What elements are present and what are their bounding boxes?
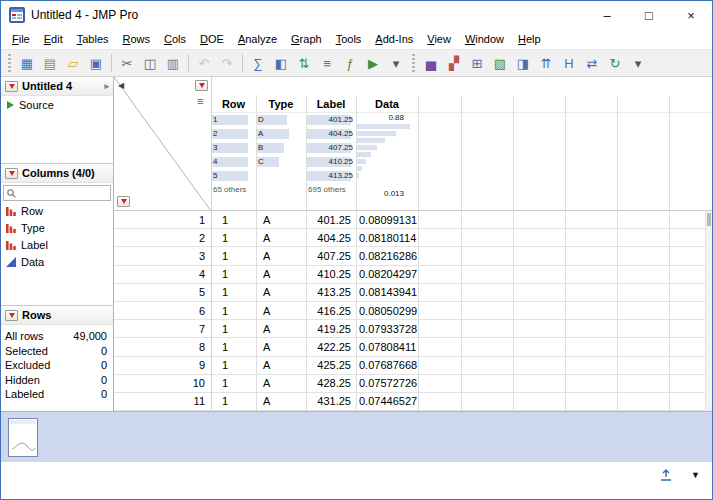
header-graph-entry[interactable]: B — [256, 141, 306, 155]
cell-row[interactable]: 1 — [211, 305, 256, 317]
fit-y-by-x-button[interactable]: ▞ — [443, 52, 465, 74]
row-number-cell[interactable]: 3 — [114, 250, 211, 262]
cell-label[interactable]: 410.25 — [306, 268, 356, 280]
row-number-cell[interactable]: 8 — [114, 341, 211, 353]
menu-item-file[interactable]: File — [5, 29, 37, 49]
column-item-data[interactable]: Data — [1, 253, 113, 270]
run-green-button[interactable]: ↻ — [604, 52, 626, 74]
grip2-grip[interactable] — [412, 54, 415, 72]
header-graph-entry[interactable]: C — [256, 155, 306, 169]
header-graph-entry[interactable]: 5 — [211, 169, 256, 183]
toolbar-grip[interactable] — [8, 54, 11, 72]
save-button[interactable]: ▣ — [85, 52, 107, 74]
tabulate-button[interactable]: ⊞ — [466, 52, 488, 74]
stack-button[interactable]: ≡ — [316, 52, 338, 74]
cell-row[interactable]: 1 — [211, 250, 256, 262]
cell-row[interactable]: 1 — [211, 214, 256, 226]
new-data-table-button[interactable]: ▦ — [16, 52, 38, 74]
table-row[interactable]: 111A431.250.07446527 — [114, 393, 712, 411]
cell-row[interactable]: 1 — [211, 359, 256, 371]
cell-label[interactable]: 413.25 — [306, 286, 356, 298]
distribution-button[interactable]: ▅ — [420, 52, 442, 74]
header-graph-entry[interactable] — [256, 169, 306, 183]
cell-label[interactable]: 431.25 — [306, 395, 356, 407]
menu-item-add-ins[interactable]: Add-Ins — [368, 29, 420, 49]
menu-item-doe[interactable]: DOE — [193, 29, 231, 49]
collapse-header-graphs-icon[interactable]: ◀ — [118, 81, 124, 91]
row-number-cell[interactable]: 6 — [114, 305, 211, 317]
paste-button[interactable]: ▥ — [162, 52, 184, 74]
cell-label[interactable]: 401.25 — [306, 214, 356, 226]
menu-item-edit[interactable]: Edit — [37, 29, 70, 49]
table-row[interactable]: 71A419.250.07933728 — [114, 320, 712, 338]
cell-data[interactable]: 0.08143941 — [356, 286, 418, 298]
cell-data[interactable]: 0.07687668 — [356, 359, 418, 371]
row-number-cell[interactable]: 5 — [114, 286, 211, 298]
header-graph-entry[interactable]: 1 — [211, 113, 256, 127]
cell-type[interactable]: A — [256, 214, 306, 226]
table-row[interactable]: 101A428.250.07572726 — [114, 375, 712, 393]
menu-item-tables[interactable]: Tables — [70, 29, 116, 49]
cell-label[interactable]: 428.25 — [306, 377, 356, 389]
header-graph-type[interactable]: DABC — [256, 113, 306, 183]
menu-item-graph[interactable]: Graph — [284, 29, 329, 49]
table-row[interactable]: 91A425.250.07687668 — [114, 357, 712, 375]
column-header-data[interactable]: Data — [356, 95, 418, 113]
cell-type[interactable]: A — [256, 268, 306, 280]
column-header-type[interactable]: Type — [256, 95, 306, 113]
menu-item-view[interactable]: View — [420, 29, 458, 49]
cell-label[interactable]: 425.25 — [306, 359, 356, 371]
cell-data[interactable]: 0.07572726 — [356, 377, 418, 389]
formula-button[interactable]: ƒ — [339, 52, 361, 74]
cell-row[interactable]: 1 — [211, 341, 256, 353]
column-search-input[interactable] — [19, 188, 107, 199]
row-number-cell[interactable]: 9 — [114, 359, 211, 371]
column-item-type[interactable]: Type — [1, 219, 113, 236]
summary-button[interactable]: ∑ — [247, 52, 269, 74]
cell-type[interactable]: A — [256, 232, 306, 244]
columns-red-triangle-icon[interactable] — [5, 168, 18, 179]
graph-builder-button[interactable]: ▧ — [489, 52, 511, 74]
cell-label[interactable]: 416.25 — [306, 305, 356, 317]
sort-table-button[interactable]: ⇅ — [293, 52, 315, 74]
cell-data[interactable]: 0.08050299 — [356, 305, 418, 317]
update-button[interactable]: ⇄ — [581, 52, 603, 74]
cell-type[interactable]: A — [256, 395, 306, 407]
header-graph-row[interactable]: 12345 — [211, 113, 256, 183]
header-graph-entry[interactable]: 3 — [211, 141, 256, 155]
table-row[interactable]: 41A410.250.08204297 — [114, 266, 712, 284]
column-search[interactable] — [3, 185, 111, 201]
maximize-button[interactable]: □ — [628, 1, 670, 29]
columns-menu-red-triangle-icon[interactable] — [195, 80, 208, 91]
column-item-row[interactable]: Row — [1, 202, 113, 219]
row-number-cell[interactable]: 10 — [114, 377, 211, 389]
new-journal-button[interactable]: ▤ — [39, 52, 61, 74]
menu-item-analyze[interactable]: Analyze — [231, 29, 284, 49]
cell-type[interactable]: A — [256, 305, 306, 317]
scrollbar-thumb[interactable] — [707, 213, 711, 226]
cell-type[interactable]: A — [256, 250, 306, 262]
window-thumbnail[interactable] — [8, 418, 38, 457]
menu-item-rows[interactable]: Rows — [116, 29, 158, 49]
menu-item-help[interactable]: Help — [511, 29, 548, 49]
overflow-1-button[interactable]: ▾ — [385, 52, 407, 74]
cell-row[interactable]: 1 — [211, 268, 256, 280]
table-row[interactable]: 51A413.250.08143941 — [114, 284, 712, 302]
cell-data[interactable]: 0.08180114 — [356, 232, 418, 244]
header-graph-entry[interactable]: 2 — [211, 127, 256, 141]
table-row[interactable]: 21A404.250.08180114 — [114, 229, 712, 247]
close-button[interactable]: × — [670, 1, 712, 29]
open-button[interactable]: ▱ — [62, 52, 84, 74]
cell-type[interactable]: A — [256, 341, 306, 353]
cell-label[interactable]: 404.25 — [306, 232, 356, 244]
table-row[interactable]: 31A407.250.08216286 — [114, 247, 712, 265]
cell-label[interactable]: 419.25 — [306, 323, 356, 335]
header-graph-entry[interactable]: 404.25 — [306, 127, 356, 141]
cell-type[interactable]: A — [256, 323, 306, 335]
header-graph-entry[interactable]: 4 — [211, 155, 256, 169]
cell-label[interactable]: 407.25 — [306, 250, 356, 262]
rows-menu-red-triangle-icon[interactable] — [117, 196, 130, 207]
overflow-2-button[interactable]: ▾ — [627, 52, 649, 74]
table-row[interactable]: 61A416.250.08050299 — [114, 302, 712, 320]
table-row[interactable]: 81A422.250.07808411 — [114, 338, 712, 356]
